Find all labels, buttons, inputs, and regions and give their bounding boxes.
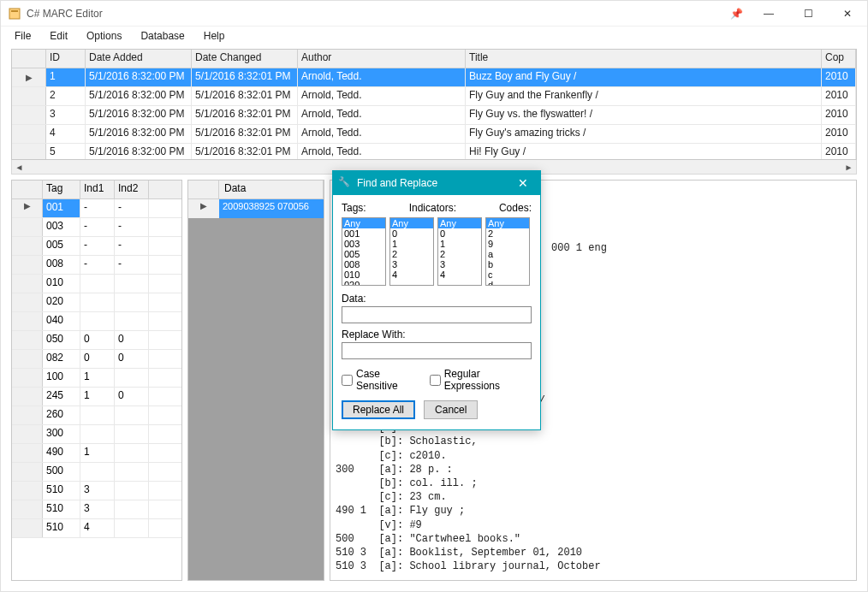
cell-date-changed[interactable]: 5/1/2016 8:32:01 PM (192, 68, 298, 86)
ind1-cell[interactable]: 0 (80, 350, 115, 368)
tag-col-ind2[interactable]: Ind2 (115, 181, 149, 198)
cell-cop[interactable]: 2010 (822, 87, 856, 105)
codes-listbox[interactable]: Any29abcd (485, 217, 530, 286)
ind1-cell[interactable] (80, 275, 115, 293)
ind2-cell[interactable]: 0 (115, 350, 149, 368)
ind1-cell[interactable]: 4 (80, 519, 115, 537)
cell-title[interactable]: Fly Guy's amazing tricks / (466, 125, 822, 143)
cell-title[interactable]: Hi! Fly Guy / (466, 144, 822, 159)
cell-id[interactable]: 5 (46, 144, 86, 159)
cell-id[interactable]: 3 (46, 106, 86, 124)
list-option[interactable]: Any (390, 218, 433, 228)
cell-id[interactable]: 4 (46, 125, 86, 143)
tag-row[interactable]: 4901 (12, 444, 181, 463)
tag-row[interactable]: 300 (12, 425, 181, 444)
ind2-cell[interactable]: - (115, 218, 149, 236)
ind2-cell[interactable] (115, 369, 149, 387)
cell-date-added[interactable]: 5/1/2016 8:32:00 PM (86, 87, 192, 105)
cell-author[interactable]: Arnold, Tedd. (298, 68, 466, 86)
ind1-cell[interactable]: 1 (80, 369, 115, 387)
tag-cell[interactable]: 040 (43, 312, 80, 330)
tag-cell[interactable]: 001 (43, 199, 80, 217)
tag-col-ind1[interactable]: Ind1 (80, 181, 115, 198)
ind2-cell[interactable]: - (115, 256, 149, 274)
tag-row[interactable]: 020 (12, 293, 181, 312)
tag-row[interactable]: 08200 (12, 350, 181, 369)
tag-row[interactable]: 05000 (12, 331, 181, 350)
list-option[interactable]: 003 (342, 239, 385, 249)
tag-row[interactable]: 5103 (12, 482, 181, 500)
scroll-right-icon[interactable]: ► (841, 163, 856, 172)
cell-cop[interactable]: 2010 (822, 125, 856, 143)
tag-cell[interactable]: 510 (43, 500, 80, 518)
replace-all-button[interactable]: Replace All (342, 400, 415, 419)
col-author[interactable]: Author (298, 50, 466, 68)
list-option[interactable]: 001 (342, 228, 385, 239)
ind1-cell[interactable]: 1 (80, 388, 115, 406)
grid-row[interactable]: 45/1/2016 8:32:00 PM5/1/2016 8:32:01 PMA… (12, 125, 856, 144)
list-option[interactable]: c (486, 269, 529, 280)
list-option[interactable]: 4 (390, 269, 433, 280)
tag-row[interactable]: ▶001-- (12, 199, 181, 218)
tag-row[interactable]: 500 (12, 463, 181, 482)
menu-edit[interactable]: Edit (41, 28, 76, 44)
ind1-listbox[interactable]: Any01234 (389, 217, 434, 286)
regex-checkbox[interactable]: Regular Expressions (430, 368, 532, 392)
ind2-cell[interactable] (115, 519, 149, 537)
cancel-button[interactable]: Cancel (424, 400, 478, 419)
cell-date-changed[interactable]: 5/1/2016 8:32:01 PM (192, 125, 298, 143)
tag-row[interactable]: 005-- (12, 237, 181, 256)
cell-date-added[interactable]: 5/1/2016 8:32:00 PM (86, 106, 192, 124)
cell-title[interactable]: Buzz Boy and Fly Guy / (466, 68, 822, 86)
tag-cell[interactable]: 500 (43, 463, 80, 481)
ind1-cell[interactable] (80, 312, 115, 330)
ind1-cell[interactable]: - (80, 218, 115, 236)
cell-date-added[interactable]: 5/1/2016 8:32:00 PM (86, 68, 192, 86)
scroll-left-icon[interactable]: ◄ (12, 163, 27, 172)
ind2-cell[interactable]: - (115, 199, 149, 217)
cell-date-changed[interactable]: 5/1/2016 8:32:01 PM (192, 106, 298, 124)
list-option[interactable]: a (486, 249, 529, 259)
list-option[interactable]: 4 (438, 269, 481, 280)
tag-row[interactable]: 010 (12, 275, 181, 293)
tag-cell[interactable]: 050 (43, 331, 80, 349)
ind1-cell[interactable]: 0 (80, 331, 115, 349)
list-option[interactable]: 2 (486, 228, 529, 239)
replace-with-input[interactable] (342, 342, 532, 359)
cell-id[interactable]: 2 (46, 87, 86, 105)
ind1-cell[interactable] (80, 425, 115, 443)
tag-cell[interactable]: 100 (43, 369, 80, 387)
tag-cell[interactable]: 245 (43, 388, 80, 406)
list-option[interactable]: 005 (342, 249, 385, 259)
tag-cell[interactable]: 005 (43, 237, 80, 255)
tag-cell[interactable]: 490 (43, 444, 80, 462)
tag-cell[interactable]: 510 (43, 482, 80, 500)
cell-author[interactable]: Arnold, Tedd. (298, 125, 466, 143)
menu-file[interactable]: File (6, 28, 39, 44)
tag-row[interactable]: 260 (12, 406, 181, 425)
ind2-listbox[interactable]: Any01234 (437, 217, 482, 286)
ind1-cell[interactable] (80, 406, 115, 424)
col-id[interactable]: ID (46, 50, 86, 68)
list-option[interactable]: 2 (438, 249, 481, 259)
ind1-cell[interactable]: - (80, 256, 115, 274)
cell-author[interactable]: Arnold, Tedd. (298, 144, 466, 159)
grid-row[interactable]: 25/1/2016 8:32:00 PM5/1/2016 8:32:01 PMA… (12, 87, 856, 106)
cell-date-added[interactable]: 5/1/2016 8:32:00 PM (86, 125, 192, 143)
cell-cop[interactable]: 2010 (822, 68, 856, 86)
cell-date-changed[interactable]: 5/1/2016 8:32:01 PM (192, 144, 298, 159)
data-input[interactable] (342, 306, 532, 323)
case-sensitive-checkbox[interactable]: Case Sensitive (342, 368, 419, 392)
ind1-cell[interactable] (80, 463, 115, 481)
tags-listbox[interactable]: Any001003005008010020 (342, 217, 386, 286)
ind1-cell[interactable]: - (80, 199, 115, 217)
dialog-close-button[interactable]: ✕ (506, 176, 540, 190)
dialog-titlebar[interactable]: 🔧 Find and Replace ✕ (333, 171, 540, 195)
data-row[interactable]: ▶ 2009038925 070056 (188, 199, 324, 218)
maximize-button[interactable]: ☐ (788, 1, 828, 27)
ind2-cell[interactable]: 0 (115, 388, 149, 406)
cell-title[interactable]: Fly Guy and the Frankenfly / (466, 87, 822, 105)
list-option[interactable]: b (486, 259, 529, 269)
cell-author[interactable]: Arnold, Tedd. (298, 106, 466, 124)
tag-cell[interactable]: 003 (43, 218, 80, 236)
